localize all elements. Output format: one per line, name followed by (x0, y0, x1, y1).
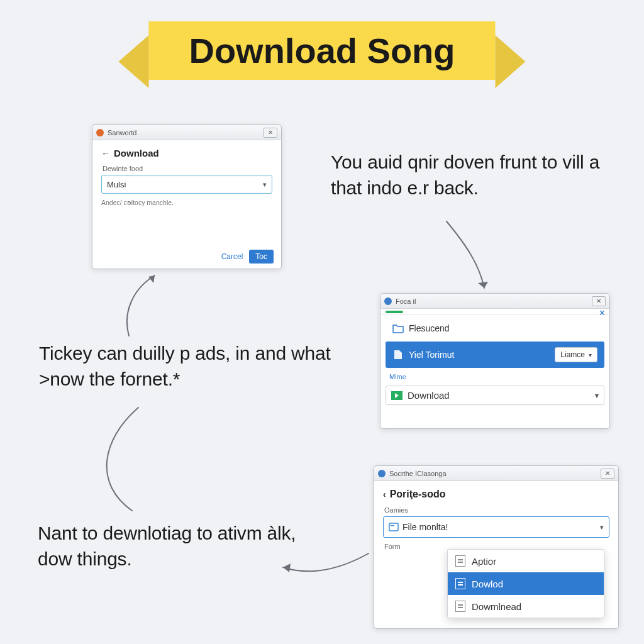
download-label: Download (408, 390, 595, 401)
format-dropdown-menu: Aptior Dowlod Dowmlnead (447, 549, 604, 618)
chip-label: Liamce (560, 350, 585, 359)
dropdown-option-selected[interactable]: Dowlod (448, 572, 604, 595)
format-select[interactable]: Mulsi ▾ (101, 175, 272, 194)
option-label: Aptior (472, 556, 496, 567)
titlebar: Foca il ✕ (380, 294, 609, 309)
dropdown-option[interactable]: Aptior (448, 550, 604, 572)
list-item-label: Yiel Torimut (409, 350, 550, 360)
title-banner: Download Song (148, 21, 495, 80)
file-icon (392, 350, 404, 360)
chevron-down-icon: ▾ (589, 352, 592, 358)
document-icon (455, 555, 465, 567)
window-title: Sanwortd (108, 129, 264, 136)
svg-marker-3 (478, 282, 488, 288)
breadcrumb[interactable]: ‹ Poriţe-sodo (383, 489, 609, 500)
play-icon (391, 391, 402, 400)
window-title: Socrthe IClasonga (389, 470, 601, 477)
progress-bar: ✕ (380, 309, 609, 315)
document-icon (455, 578, 465, 589)
document-icon (455, 601, 465, 612)
select-value: Mulsi (107, 180, 126, 189)
option-label: Dowmlnead (472, 601, 521, 612)
caption-step-3: Nant to dewnlotiag to ativm àlk, dow thi… (38, 521, 302, 572)
titlebar: Sanwortd ✕ (92, 125, 281, 140)
confirm-button[interactable]: Toc (249, 250, 274, 264)
chevron-down-icon: ▾ (263, 180, 267, 189)
field-label: Dewinte food (103, 165, 271, 172)
download-dropdown[interactable]: Download ▾ (386, 386, 604, 405)
svg-rect-0 (389, 523, 398, 531)
option-label: Dowlod (472, 579, 503, 589)
caption-step-1: You auid qnir doven frunt to vill a that… (331, 150, 608, 201)
quality-select[interactable]: Liamce ▾ (555, 347, 597, 362)
app-icon (96, 129, 104, 136)
back-label: Download (114, 148, 159, 158)
app-icon (384, 297, 392, 305)
crumb-label: Poriţe-sodo (390, 489, 446, 500)
back-arrow-icon: ← (101, 148, 110, 158)
svg-rect-1 (391, 525, 394, 526)
dialog-download-settings: Sanwortd ✕ ← Download Dewinte food Mulsi… (92, 125, 282, 269)
dropdown-option[interactable]: Dowmlnead (448, 595, 604, 618)
hint-text: Andec/ cəltocy manchle. (101, 199, 272, 206)
folder-icon (392, 323, 404, 333)
titlebar: Socrthe IClasonga ✕ (374, 466, 618, 481)
cancel-button[interactable]: Carcel (221, 252, 243, 261)
chevron-left-icon: ‹ (383, 489, 386, 499)
caption-step-2: Tickey can duilly p ads, in and what >no… (39, 341, 341, 392)
banner-title: Download Song (189, 30, 455, 71)
svg-marker-2 (148, 275, 155, 283)
chevron-down-icon: ▾ (595, 391, 599, 400)
document-icon (389, 523, 399, 531)
back-row[interactable]: ← Download (101, 148, 272, 158)
dialog-save-options: Socrthe IClasonga ✕ ‹ Poriţe-sodo Oamies… (374, 465, 619, 629)
select-value: File monlta! (402, 522, 600, 532)
field-label-name: Oamies (384, 506, 608, 514)
list-item-label: Flesucend (409, 323, 597, 333)
dialog-download-manager: Foca il ✕ ✕ Flesucend Yiel Torimut Liamc… (380, 293, 610, 429)
chevron-down-icon: ▾ (600, 523, 604, 531)
file-select[interactable]: File monlta! ▾ (383, 516, 609, 538)
app-icon (378, 470, 386, 477)
mime-link[interactable]: Mime (380, 370, 609, 380)
close-button[interactable]: ✕ (264, 128, 277, 138)
close-button[interactable]: ✕ (601, 469, 614, 479)
list-item-folder[interactable]: Flesucend (386, 318, 604, 339)
dismiss-icon[interactable]: ✕ (599, 308, 606, 318)
list-item-selected[interactable]: Yiel Torimut Liamce ▾ (386, 341, 604, 368)
window-title: Foca il (396, 297, 592, 305)
close-button[interactable]: ✕ (592, 296, 606, 306)
